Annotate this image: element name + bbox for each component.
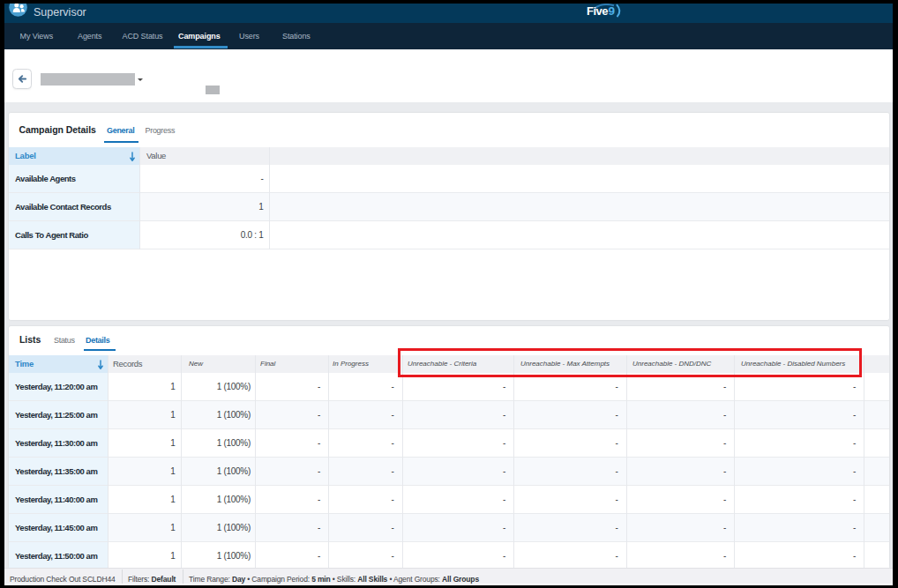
svg-text:Five: Five [587,4,608,18]
svg-text:9: 9 [609,4,616,18]
